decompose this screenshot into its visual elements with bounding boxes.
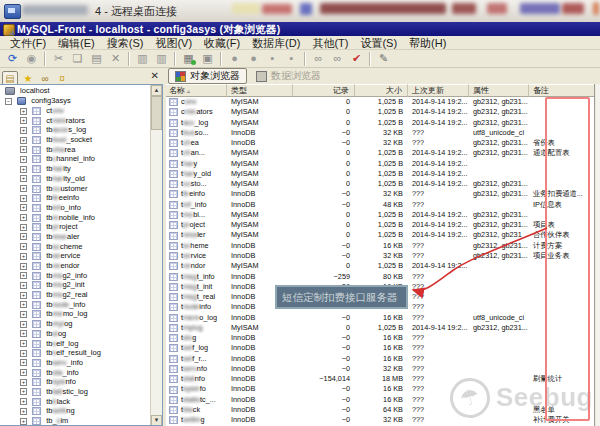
tree-item[interactable]: + tbveendor xyxy=(0,261,150,271)
delete-icon[interactable]: ✕ xyxy=(107,51,124,66)
table-row[interactable]: tstatistc_... InnoDB ~0 16 KB ??? xyxy=(166,395,595,405)
expand-icon[interactable]: + xyxy=(20,398,27,405)
tree-item[interactable]: + tbsetting xyxy=(0,406,150,416)
tree-item[interactable]: + tbself_result_log xyxy=(0,348,150,358)
cut-icon[interactable]: ✂ xyxy=(50,51,67,66)
object-d-icon[interactable]: ▪ xyxy=(283,51,300,66)
table-row[interactable]: tmylog MyISAM 0 1,025 B 2014-9-14 19:2..… xyxy=(166,323,595,333)
table-row[interactable]: tmsgt_real InnoDB ~0 16 KB ??? xyxy=(166,292,595,302)
table-row[interactable]: thary_old MyISAM 0 1,025 B 2014-9-14 19:… xyxy=(166,169,595,179)
tree-item[interactable]: + tbcharea xyxy=(0,145,150,155)
tree-item[interactable]: + tbharity_old xyxy=(0,174,150,184)
expand-icon[interactable]: + xyxy=(20,321,27,328)
expand-icon[interactable]: + xyxy=(20,408,27,415)
expand-icon[interactable]: + xyxy=(20,185,27,192)
tree-item[interactable]: + tbmnobile_info xyxy=(0,213,150,223)
tree-item[interactable]: + tbcuustomer xyxy=(0,184,150,194)
refresh-icon[interactable]: ⟳ xyxy=(4,51,21,66)
tree-item[interactable]: + tbfeeeinfo xyxy=(0,193,150,203)
table-row[interactable]: conv MyISAM 0 1,025 B 2014-9-14 19:2... … xyxy=(166,97,595,107)
expand-icon[interactable]: + xyxy=(20,117,27,124)
tree-item[interactable]: + tbself_log xyxy=(0,339,150,349)
tree-item[interactable]: + tbharity xyxy=(0,164,150,174)
table-row[interactable]: tself_r... InnoDB ~0 16 KB ??? xyxy=(166,354,595,364)
tree-database-node[interactable]: − config3asys xyxy=(0,96,150,106)
tree-item[interactable]: + tbmsg2_info xyxy=(0,271,150,281)
tree-scrollbar[interactable]: ▲ ▼ xyxy=(150,85,162,426)
expand-icon[interactable]: + xyxy=(20,418,27,425)
remote-desktop-bar[interactable]: 4 - 远程桌面连接 xyxy=(0,0,600,23)
expand-icon[interactable]: + xyxy=(20,379,27,386)
import-icon[interactable]: ▥ xyxy=(153,51,170,66)
scrollbar-thumb[interactable] xyxy=(151,96,162,130)
pen-icon[interactable]: ✎ xyxy=(375,51,392,66)
table-row[interactable]: tsysinfo InnoDB ~0 16 KB ??? xyxy=(166,384,595,394)
tree-item[interactable]: + tbserv_info xyxy=(0,358,150,368)
table-row[interactable]: tservice InnoDB ~0 32 KB ??? gb2312, gb2… xyxy=(166,251,595,261)
disconnect-icon[interactable]: ∞ xyxy=(329,51,346,66)
expand-icon[interactable]: + xyxy=(20,359,27,366)
expand-icon[interactable]: + xyxy=(20,369,27,376)
table-row[interactable]: tnodeinfo InnoDB ~0 16 KB ??? xyxy=(166,302,595,312)
tree-item[interactable]: + tbtatistic_log xyxy=(0,387,150,397)
table-row[interactable]: tblack InnoDB ~0 64 KB ??? 黑名单 xyxy=(166,405,595,415)
column-header-name[interactable]: 名称▵ xyxy=(166,84,227,97)
tree-item[interactable]: + tbmemo_log xyxy=(0,309,150,319)
column-header-type[interactable]: 类型 xyxy=(227,84,293,97)
expand-icon[interactable]: + xyxy=(20,243,27,250)
expand-icon[interactable]: + xyxy=(20,330,27,337)
column-header-records[interactable]: 记录 xyxy=(293,84,355,97)
table-row[interactable]: tscheme InnoDB ~0 16 KB ??? gb2312, gb23… xyxy=(166,241,595,251)
object-b-icon[interactable]: ● xyxy=(245,51,262,66)
table-row[interactable]: tslog InnoDB ~0 16 KB ??? xyxy=(166,333,595,343)
tree-item[interactable]: + tbmsg2_init xyxy=(0,280,150,290)
table-row[interactable]: tinf_info InnoDB ~0 48 KB ??? IP信息表 xyxy=(166,200,595,210)
table-row[interactable]: tservnfo InnoDB ~0 32 KB ??? xyxy=(166,364,595,374)
table-row[interactable]: tvendor MyISAM 0 1,025 B 2014-9-14 19:2.… xyxy=(166,261,595,271)
table-row[interactable]: thary MyISAM 0 1,025 B 2014-9-14 19:2... xyxy=(166,159,595,169)
menu-favorites[interactable]: 收藏(F) xyxy=(198,36,246,50)
tree-item[interactable]: + tbslog xyxy=(0,329,150,339)
expand-icon[interactable]: + xyxy=(20,108,27,115)
table-row[interactable]: tmsgt_init InnoDB ~26 16 KB ??? xyxy=(166,282,595,292)
expand-icon[interactable]: + xyxy=(20,340,27,347)
expand-icon[interactable]: + xyxy=(20,166,27,173)
table-row[interactable]: tchan... MyISAM 0 1,025 B 2014-9-14 19:2… xyxy=(166,148,595,158)
expand-icon[interactable]: + xyxy=(20,127,27,134)
tree-item[interactable]: + tbprroject xyxy=(0,222,150,232)
tree-item[interactable]: + ctminirators xyxy=(0,116,150,126)
expand-icon[interactable]: + xyxy=(20,156,27,163)
tree-item[interactable]: + tbbusi_socket xyxy=(0,135,150,145)
stop-icon[interactable]: ◉ xyxy=(23,51,40,66)
tree-item[interactable]: + tbresealer xyxy=(0,232,150,242)
table-row[interactable]: tbusso... InnoDB ~0 32 KB ??? utf8_unico… xyxy=(166,128,595,138)
tree-item[interactable]: + tbmsg2_real xyxy=(0,290,150,300)
expand-icon[interactable]: + xyxy=(20,388,27,395)
expand-icon[interactable]: + xyxy=(20,292,27,299)
tab-data-browser[interactable]: 数据浏览器 xyxy=(250,69,327,83)
menu-edit[interactable]: 编辑(E) xyxy=(52,36,101,50)
copy-icon[interactable]: ❏ xyxy=(69,51,86,66)
table-row[interactable]: tchea InnoDB ~0 32 KB ??? gb2312, gb231.… xyxy=(166,138,595,148)
export-icon[interactable]: ▥ xyxy=(134,51,151,66)
table-row[interactable]: tmobl... MyISAM 0 1,025 B 2014-9-14 19:2… xyxy=(166,210,595,220)
menu-help[interactable]: 帮助(H) xyxy=(403,36,452,50)
paste-icon[interactable]: ▤ xyxy=(88,51,105,66)
table-row[interactable]: tacc_log MyISAM 0 1,025 B 2014-9-14 19:2… xyxy=(166,118,595,128)
object-c-icon[interactable]: ▪ xyxy=(264,51,281,66)
tree-item[interactable]: + tbsysinfo xyxy=(0,377,150,387)
tree-item[interactable]: + tbseervice xyxy=(0,251,150,261)
menu-view[interactable]: 视图(V) xyxy=(149,36,198,50)
table-row[interactable]: tresaler MyISAM 0 1,025 B 2014-9-14 19:2… xyxy=(166,230,595,240)
check-icon[interactable]: ✔ xyxy=(348,51,365,66)
tree-root-localhost[interactable]: localhost xyxy=(0,86,150,96)
scroll-up-icon[interactable]: ▲ xyxy=(151,85,162,96)
app-title-bar[interactable]: MySQL-Front - localhost - config3asys (对… xyxy=(0,22,600,36)
table-row[interactable]: tmsgt_info InnoDB ~259 80 KB ??? xyxy=(166,272,595,282)
table-row[interactable]: tmemo_log InnoDB ~0 16 KB ??? utf8_unico… xyxy=(166,313,595,323)
connect-icon[interactable]: ∞ xyxy=(310,51,327,66)
menu-file[interactable]: 文件(F) xyxy=(4,36,52,50)
table-row[interactable]: tproject MyISAM 0 1,025 B 2014-9-14 19:2… xyxy=(166,220,595,230)
column-header-comment[interactable]: 备注 xyxy=(529,84,595,97)
tree-item[interactable]: + tbchannel_info xyxy=(0,154,150,164)
